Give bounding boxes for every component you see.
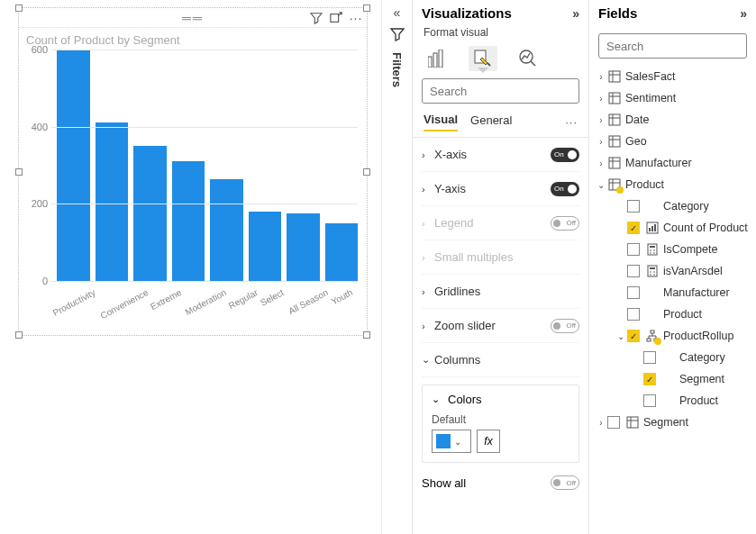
collapse-fields-icon[interactable]: »	[740, 6, 747, 21]
funnel-icon[interactable]	[390, 27, 405, 41]
bar[interactable]	[287, 213, 320, 281]
resize-handle[interactable]	[363, 331, 370, 339]
resize-handle[interactable]	[15, 168, 23, 176]
prop-toggle[interactable]: On	[551, 182, 579, 196]
chevron-right-icon[interactable]: ›	[595, 418, 607, 428]
bar[interactable]	[57, 50, 90, 281]
bar[interactable]	[210, 179, 243, 282]
prop-grid[interactable]: ›Gridlines	[422, 275, 579, 309]
expand-filters-icon[interactable]: «	[394, 5, 401, 20]
table-label: Date	[625, 113, 649, 126]
table-date[interactable]: ›Date	[595, 109, 751, 131]
field-segment[interactable]: ✓Segment	[595, 368, 751, 390]
focus-mode-icon[interactable]	[329, 11, 343, 25]
table-segment[interactable]: ›Segment	[595, 412, 751, 433]
chevron-down-icon[interactable]: ⌄	[595, 180, 607, 190]
chevron-right-icon[interactable]: ›	[422, 321, 434, 331]
table-product[interactable]: ⌄Product	[595, 174, 751, 195]
field-manufacturer[interactable]: Manufacturer	[595, 282, 751, 303]
checkbox[interactable]	[627, 286, 640, 299]
tab-visual[interactable]: Visual	[424, 113, 458, 131]
prop-toggle[interactable]: Off	[551, 319, 579, 333]
fx-button[interactable]: fx	[477, 430, 500, 453]
checkbox[interactable]	[643, 394, 656, 407]
svg-rect-31	[647, 339, 651, 341]
resize-handle[interactable]	[363, 168, 370, 176]
table-geo[interactable]: ›Geo	[595, 131, 751, 152]
chevron-right-icon[interactable]: ›	[595, 158, 607, 168]
field-category[interactable]: Category	[595, 347, 751, 368]
field-product[interactable]: Product	[595, 303, 751, 325]
field-productrollup[interactable]: ⌄✓ProductRollup	[595, 325, 751, 347]
fields-search-input[interactable]	[605, 39, 756, 54]
resize-handle[interactable]	[363, 5, 370, 12]
checkbox[interactable]: ✓	[643, 373, 656, 385]
svg-rect-19	[650, 246, 655, 248]
chevron-right-icon[interactable]: ›	[595, 115, 607, 125]
checkbox[interactable]	[643, 351, 656, 364]
filter-icon[interactable]	[309, 11, 323, 25]
drag-grip-icon[interactable]: ══	[182, 11, 204, 25]
chevron-right-icon[interactable]: ›	[595, 137, 607, 147]
field-iscompete[interactable]: IsCompete	[595, 239, 751, 260]
table-manufacturer[interactable]: ›Manufacturer	[595, 152, 751, 174]
checkbox[interactable]: ✓	[627, 330, 640, 342]
bar[interactable]	[172, 161, 205, 281]
color-picker-button[interactable]: ⌄	[432, 430, 471, 453]
svg-point-29	[653, 274, 655, 276]
field-label: Category	[663, 200, 709, 213]
viz-search-input[interactable]	[428, 84, 583, 99]
chevron-down-icon[interactable]: ⌄	[422, 354, 434, 366]
tab-general[interactable]: General	[470, 113, 512, 131]
table-salesfact[interactable]: ›SalesFact	[595, 66, 751, 87]
bar[interactable]	[249, 212, 282, 281]
visual-tile[interactable]: ══ ··· Count of Product by Segment 02004…	[18, 7, 368, 336]
chevron-down-icon[interactable]: ⌄	[615, 331, 627, 341]
chart-x-axis: ProductivityConvenienceExtremeModeration…	[51, 281, 358, 335]
field-category[interactable]: Category	[595, 195, 751, 217]
viz-search[interactable]	[422, 78, 579, 104]
show-all-toggle[interactable]: Off	[551, 475, 579, 490]
visualizations-pane: Visualizations » Format visual Visual Ge…	[412, 0, 588, 534]
chevron-right-icon[interactable]: ›	[422, 184, 434, 195]
chevron-right-icon[interactable]: ›	[595, 72, 607, 82]
checkbox[interactable]: ✓	[627, 222, 640, 234]
svg-rect-12	[609, 158, 620, 168]
prop-yaxis[interactable]: ›Y-axisOn	[422, 172, 579, 206]
show-all-label: Show all	[422, 476, 466, 490]
checkbox[interactable]	[627, 243, 640, 256]
checkbox[interactable]	[627, 308, 640, 321]
svg-point-28	[650, 274, 651, 276]
resize-handle[interactable]	[15, 5, 23, 12]
table-sentiment[interactable]: ›Sentiment	[595, 87, 751, 109]
bar[interactable]	[96, 122, 129, 281]
colors-card: ⌄Colors Default ⌄ fx	[422, 385, 579, 463]
chevron-down-icon: ⌄	[454, 437, 461, 447]
prop-columns[interactable]: ⌄Columns	[422, 343, 579, 377]
svg-rect-25	[650, 267, 655, 269]
more-options-icon[interactable]: ···	[349, 11, 363, 25]
field-product[interactable]: Product	[595, 390, 751, 412]
fields-search[interactable]	[598, 33, 747, 59]
chevron-right-icon[interactable]: ›	[422, 286, 434, 297]
format-visual-icon[interactable]	[469, 46, 497, 71]
chevron-down-icon[interactable]: ⌄	[432, 394, 444, 405]
visual-header: ══ ···	[19, 8, 367, 28]
build-visual-icon[interactable]	[424, 46, 452, 71]
checkbox[interactable]	[627, 200, 640, 213]
tab-more-icon[interactable]: ···	[565, 115, 578, 129]
field-count-of-product[interactable]: ✓Count of Product	[595, 217, 751, 239]
bar[interactable]	[133, 146, 167, 281]
field-isvanarsdel[interactable]: isVanArsdel	[595, 260, 751, 282]
prop-toggle[interactable]: On	[551, 148, 579, 162]
bar[interactable]	[325, 223, 359, 281]
prop-zoom[interactable]: ›Zoom sliderOff	[422, 309, 579, 343]
chevron-right-icon[interactable]: ›	[595, 94, 607, 104]
prop-xaxis[interactable]: ›X-axisOn	[422, 138, 579, 172]
analytics-icon[interactable]	[514, 46, 542, 71]
checkbox[interactable]	[607, 416, 620, 429]
collapse-viz-icon[interactable]: »	[572, 6, 579, 21]
checkbox[interactable]	[627, 265, 640, 277]
resize-handle[interactable]	[15, 331, 23, 339]
chevron-right-icon[interactable]: ›	[422, 149, 434, 160]
